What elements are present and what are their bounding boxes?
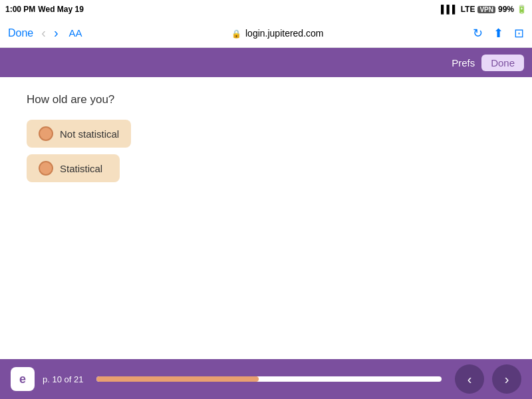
lock-icon: 🔒 — [231, 29, 241, 39]
done-button[interactable]: Done — [481, 55, 524, 71]
option-not-statistical-label: Not statistical — [60, 128, 119, 140]
app-logo: e — [11, 367, 35, 391]
font-adjust-button[interactable]: AA — [69, 27, 82, 39]
prev-page-button[interactable]: ‹ — [455, 364, 484, 394]
battery-icon: 🔋 — [517, 5, 527, 14]
time-display: 1:00 PM — [5, 5, 35, 14]
app-header-bar: Prefs Done — [0, 48, 532, 77]
vpn-badge: VPN — [477, 6, 495, 13]
option-not-statistical[interactable]: Not statistical — [27, 120, 131, 148]
status-right: ▌▌▌ LTE VPN 99% 🔋 — [441, 5, 527, 14]
url-bar: 🔒 login.jupitered.com — [88, 28, 467, 39]
bottom-bar: e p. 10 of 21 ‹ › — [0, 359, 532, 399]
radio-not-statistical — [39, 126, 53, 141]
next-page-button[interactable]: › — [492, 364, 521, 394]
bookmarks-button[interactable]: ⊡ — [514, 26, 524, 41]
radio-statistical — [39, 161, 53, 176]
option-statistical[interactable]: Statistical — [27, 154, 120, 182]
main-content: How old are you? Not statistical Statist… — [0, 77, 532, 359]
browser-back-button[interactable]: ‹ — [39, 25, 49, 41]
refresh-button[interactable]: ↻ — [473, 26, 483, 41]
share-button[interactable]: ⬆ — [493, 26, 503, 41]
signal-icon: ▌▌▌ — [441, 5, 458, 14]
status-bar: 1:00 PM Wed May 19 ▌▌▌ LTE VPN 99% 🔋 — [0, 0, 532, 19]
progress-bar — [96, 376, 442, 382]
browser-done-button[interactable]: Done — [8, 27, 33, 39]
option-statistical-label: Statistical — [60, 163, 102, 174]
progress-bar-fill — [96, 376, 259, 382]
question-label: How old are you? — [27, 93, 505, 106]
url-text: login.jupitered.com — [245, 28, 324, 39]
browser-actions: ↻ ⬆ ⊡ — [473, 26, 524, 41]
status-left: 1:00 PM Wed May 19 — [5, 5, 84, 14]
battery-level: 99% — [498, 5, 514, 14]
browser-forward-button[interactable]: › — [51, 25, 61, 41]
prefs-button[interactable]: Prefs — [452, 57, 475, 68]
page-indicator: p. 10 of 21 — [43, 374, 83, 384]
browser-nav-bar: Done ‹ › AA 🔒 login.jupitered.com ↻ ⬆ ⊡ — [0, 19, 532, 48]
browser-nav-arrows: ‹ › — [39, 25, 61, 41]
network-type: LTE — [461, 5, 475, 14]
date-display: Wed May 19 — [38, 5, 83, 14]
